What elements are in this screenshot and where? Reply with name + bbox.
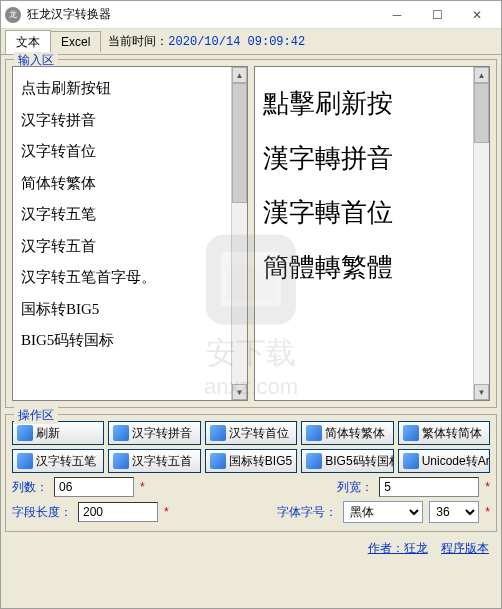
button-label: 繁体转简体 [422, 425, 482, 442]
required-icon: * [485, 505, 490, 519]
big52gb-icon [306, 453, 322, 469]
input-area-group: 输入区 点击刷新按钮汉字转拼音汉字转首位简体转繁体汉字转五笔汉字转五首汉字转五笔… [5, 59, 497, 408]
scroll-up-icon[interactable]: ▲ [232, 67, 247, 83]
pinyin-icon [113, 425, 129, 441]
t2s-button[interactable]: 繁体转简体 [398, 421, 490, 445]
font-label: 字体字号： [277, 504, 337, 521]
window-title: 狂龙汉字转换器 [27, 6, 377, 23]
tab-excel[interactable]: Excel [50, 31, 101, 52]
input-scrollbar[interactable]: ▲ ▼ [231, 67, 247, 400]
minimize-button[interactable]: ─ [377, 1, 417, 29]
input-line[interactable]: BIG5码转国标 [21, 325, 239, 357]
input-line[interactable]: 简体转繁体 [21, 168, 239, 200]
ops-label: 操作区 [14, 407, 58, 424]
input-panel[interactable]: 点击刷新按钮汉字转拼音汉字转首位简体转繁体汉字转五笔汉字转五首汉字转五笔首字母。… [12, 66, 248, 401]
input-line[interactable]: 汉字转五笔 [21, 199, 239, 231]
colw-label: 列宽： [337, 479, 373, 496]
cols-label: 列数： [12, 479, 48, 496]
button-label: 国标转BIG5 [229, 453, 292, 470]
input-line[interactable]: 汉字转拼音 [21, 105, 239, 137]
titlebar: 龙 狂龙汉字转换器 ─ ☐ ✕ [1, 1, 501, 29]
font-size-select[interactable]: 36 [429, 501, 479, 523]
flen-input[interactable] [78, 502, 158, 522]
output-line[interactable]: 簡體轉繁體 [263, 241, 481, 296]
wubi-icon [17, 453, 33, 469]
scroll-thumb[interactable] [474, 83, 489, 143]
input-line[interactable]: 汉字转五首 [21, 231, 239, 263]
refresh-button[interactable]: 刷新 [12, 421, 104, 445]
wushou-icon [113, 453, 129, 469]
scroll-thumb[interactable] [232, 83, 247, 203]
input-line[interactable]: 国标转BIG5 [21, 294, 239, 326]
scroll-down-icon[interactable]: ▼ [474, 384, 489, 400]
cols-input[interactable] [54, 477, 134, 497]
gb2big5-button[interactable]: 国标转BIG5 [205, 449, 297, 473]
tab-text[interactable]: 文本 [5, 30, 51, 54]
scroll-down-icon[interactable]: ▼ [232, 384, 247, 400]
shouwei-icon [210, 425, 226, 441]
t2s-icon [403, 425, 419, 441]
s2t-icon [306, 425, 322, 441]
uni2ansi-button[interactable]: Unicode转Anisc [398, 449, 490, 473]
button-label: BIG5码转国标 [325, 453, 393, 470]
version-link[interactable]: 程序版本 [441, 541, 489, 555]
output-scrollbar[interactable]: ▲ ▼ [473, 67, 489, 400]
button-label: 简体转繁体 [325, 425, 385, 442]
big52gb-button[interactable]: BIG5码转国标 [301, 449, 393, 473]
scroll-up-icon[interactable]: ▲ [474, 67, 489, 83]
output-panel[interactable]: 點擊刷新按漢字轉拼音漢字轉首位簡體轉繁體 ▲ ▼ [254, 66, 490, 401]
button-label: 刷新 [36, 425, 60, 442]
required-icon: * [140, 480, 145, 494]
required-icon: * [164, 505, 169, 519]
tab-bar: 文本 Excel 当前时间：2020/10/14 09:09:42 [1, 29, 501, 55]
footer: 作者：狂龙 程序版本 [5, 538, 497, 559]
button-label: 汉字转五首 [132, 453, 192, 470]
input-line[interactable]: 汉字转五笔首字母。 [21, 262, 239, 294]
pinyin-button[interactable]: 汉字转拼音 [108, 421, 200, 445]
gb2big5-icon [210, 453, 226, 469]
input-line[interactable]: 汉字转首位 [21, 136, 239, 168]
colw-input[interactable] [379, 477, 479, 497]
button-label: 汉字转五笔 [36, 453, 96, 470]
refresh-icon [17, 425, 33, 441]
time-value: 2020/10/14 09:09:42 [168, 35, 305, 49]
button-label: 汉字转首位 [229, 425, 289, 442]
time-label: 当前时间： [108, 34, 168, 48]
uni2ansi-icon [403, 453, 419, 469]
flen-label: 字段长度： [12, 504, 72, 521]
required-icon: * [485, 480, 490, 494]
output-line[interactable]: 點擊刷新按 [263, 77, 481, 132]
button-label: Unicode转Anisc [422, 453, 490, 470]
s2t-button[interactable]: 简体转繁体 [301, 421, 393, 445]
wushou-button[interactable]: 汉字转五首 [108, 449, 200, 473]
maximize-button[interactable]: ☐ [417, 1, 457, 29]
app-icon: 龙 [5, 7, 21, 23]
shouwei-button[interactable]: 汉字转首位 [205, 421, 297, 445]
close-button[interactable]: ✕ [457, 1, 497, 29]
wubi-button[interactable]: 汉字转五笔 [12, 449, 104, 473]
output-line[interactable]: 漢字轉拼音 [263, 132, 481, 187]
author-link[interactable]: 作者：狂龙 [368, 541, 428, 555]
ops-group: 操作区 刷新汉字转拼音汉字转首位简体转繁体繁体转简体 汉字转五笔汉字转五首国标转… [5, 414, 497, 532]
font-name-select[interactable]: 黑体 [343, 501, 423, 523]
button-label: 汉字转拼音 [132, 425, 192, 442]
input-line[interactable]: 点击刷新按钮 [21, 73, 239, 105]
output-line[interactable]: 漢字轉首位 [263, 186, 481, 241]
